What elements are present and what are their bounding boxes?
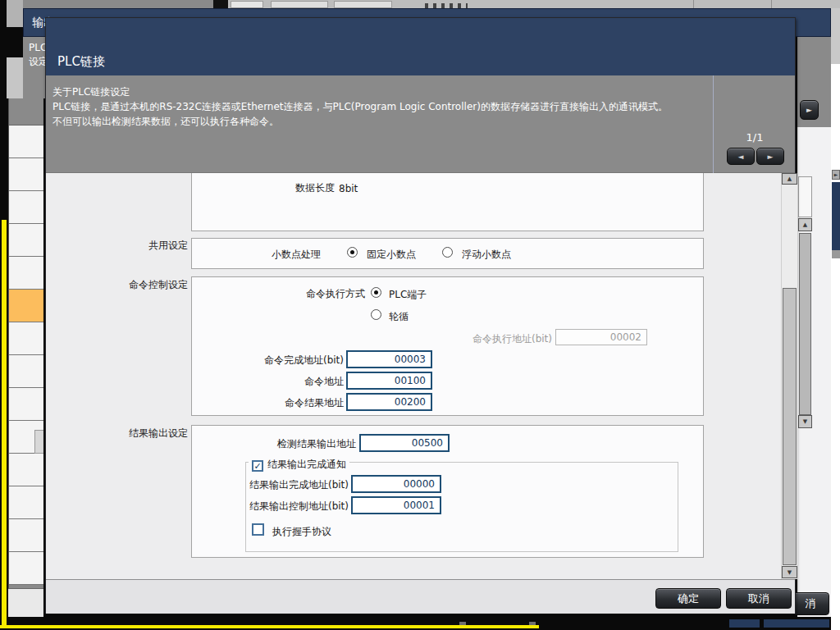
background-scrollbar-track[interactable] — [798, 176, 812, 217]
description-text: 关于PLC链接设定 PLC链接，是通过本机的RS-232C连接器或Etherne… — [52, 84, 701, 129]
table-row[interactable] — [9, 191, 43, 224]
up-arrow-icon: ▲ — [788, 176, 792, 182]
handshake-checkbox[interactable] — [252, 523, 264, 536]
cmd-mode-label: 命令执行方式 — [275, 287, 365, 301]
table-row[interactable] — [9, 158, 43, 191]
dialog-description-area: 关于PLC链接设定 PLC链接，是通过本机的RS-232C连接器或Etherne… — [46, 75, 795, 173]
dialog-header: PLC链接 — [46, 18, 795, 75]
dialog-scrollbar-down-icon[interactable]: ▼ — [782, 566, 797, 578]
table-row[interactable] — [9, 322, 43, 355]
right-arrow-icon: ► — [768, 153, 774, 161]
table-row[interactable] — [9, 388, 43, 421]
description-line: 不但可以输出检测结果数据，还可以执行各种命令。 — [52, 114, 701, 129]
table-inner-box — [34, 430, 43, 454]
result-done-group-label[interactable]: 结果输出完成通知 — [267, 459, 346, 470]
ok-button[interactable]: 确定 — [655, 588, 721, 609]
handshake-label[interactable]: 执行握手协议 — [272, 525, 331, 539]
background-button-bottom — [764, 619, 829, 628]
table-row-selected[interactable] — [9, 290, 43, 322]
table-header — [9, 98, 43, 126]
table-row[interactable] — [9, 224, 43, 257]
background-scrollbar-up-icon[interactable]: ▲ — [798, 218, 812, 231]
cmd-result-addr-input[interactable] — [346, 393, 432, 411]
data-length-label: 数据长度 — [253, 181, 335, 195]
data-length-value: 8bit — [339, 183, 358, 194]
right-edge-top — [831, 8, 840, 64]
cancel-button[interactable]: 取消 — [726, 588, 792, 609]
cmd-addr-input[interactable] — [346, 372, 432, 390]
result-done-addr-label: 结果输出完成地址(bit) — [226, 478, 349, 492]
screen: 输出 PLC链 设定 ► ▲ ▼ ► 消 PLC链接 关于PLC链接设定 PLC… — [0, 0, 840, 630]
cmd-addr-label: 命令地址 — [221, 375, 344, 389]
dialog-footer: 确定 取消 — [46, 579, 795, 614]
description-line: PLC链接，是通过本机的RS-232C连接器或Ethernet连接器，与PLC(… — [52, 99, 701, 114]
top-strip-left — [7, 0, 213, 8]
decimal-label: 小数点处理 — [231, 248, 321, 262]
dialog-scrollbar-thumb[interactable] — [783, 288, 797, 565]
radio-decimal-float[interactable] — [442, 247, 453, 258]
pager-zone: 1/1 ◄ ► — [713, 75, 795, 173]
cmd-result-addr-label: 命令结果地址 — [221, 396, 344, 410]
yellow-frame-bottom — [0, 625, 539, 628]
table-row[interactable] — [9, 552, 43, 585]
bottom-tick — [529, 622, 536, 625]
radio-cmd-mode-poll[interactable] — [371, 309, 381, 320]
table-row[interactable] — [9, 257, 43, 290]
decimal-fixed-label[interactable]: 固定小数点 — [367, 248, 416, 262]
top-divider — [771, 0, 772, 8]
top-tab-fragment[interactable] — [334, 1, 392, 8]
dialog-title: PLC链接 — [57, 54, 105, 70]
background-cancel-button[interactable]: 消 — [792, 592, 829, 615]
cmd-mode-poll-label[interactable]: 轮循 — [389, 310, 409, 324]
down-arrow-icon: ▼ — [788, 569, 792, 576]
cmd-mode-plc-label[interactable]: PLC端子 — [389, 288, 427, 302]
dialog-scrollbar-up-icon[interactable]: ▲ — [782, 173, 797, 185]
pager-next-button[interactable]: ► — [756, 148, 784, 165]
up-arrow-icon: ▲ — [803, 221, 807, 228]
result-done-addr-input[interactable] — [351, 475, 441, 493]
background-scrollbar-thumb[interactable] — [799, 233, 811, 415]
background-scrollbar-down-icon[interactable]: ▼ — [798, 415, 812, 428]
table-row[interactable] — [9, 486, 43, 519]
right-edge-panel — [831, 8, 840, 630]
page-indicator: 1/1 — [714, 131, 796, 144]
cmd-done-addr-input[interactable] — [346, 350, 432, 368]
decimal-float-label[interactable]: 浮动小数点 — [462, 248, 511, 262]
radio-dot — [374, 290, 378, 294]
background-next-button[interactable]: ► — [800, 100, 819, 120]
radio-decimal-fixed[interactable] — [347, 247, 358, 258]
result-out-addr-label: 检测结果输出地址 — [233, 437, 356, 451]
top-left-block2 — [7, 57, 23, 98]
plc-link-dialog: PLC链接 关于PLC链接设定 PLC链接，是通过本机的RS-232C连接器或E… — [45, 17, 796, 614]
top-strip-gap — [213, 0, 228, 8]
top-tab-fragment[interactable] — [231, 1, 263, 8]
description-line: 关于PLC链接设定 — [52, 84, 701, 99]
top-left-block — [7, 0, 23, 27]
result-ctrl-addr-input[interactable] — [351, 496, 441, 514]
top-tab-fragment[interactable] — [271, 1, 328, 8]
pager-prev-button[interactable]: ◄ — [727, 148, 755, 165]
result-ctrl-addr-label: 结果输出控制地址(bit) — [226, 500, 349, 514]
table-row[interactable] — [9, 519, 43, 552]
result-done-legend: ✓ 结果输出完成通知 — [249, 455, 349, 468]
output-window-left-fragment: PLC链 设定 — [23, 37, 45, 98]
section-label-command: 命令控制设定 — [79, 278, 188, 292]
result-done-checkbox[interactable]: ✓ — [252, 460, 263, 472]
fragment-text: 设定 — [29, 56, 45, 67]
right-edge-gray-block — [832, 250, 840, 258]
result-out-addr-input[interactable] — [359, 434, 450, 452]
down-arrow-icon: ▼ — [803, 418, 807, 425]
radio-cmd-mode-plc[interactable] — [371, 287, 381, 298]
section-label-common: 共用设定 — [79, 239, 188, 253]
button-label: 消 — [806, 597, 816, 609]
table-row[interactable] — [9, 454, 43, 486]
right-edge-arrow-icon[interactable]: ► — [832, 170, 840, 180]
right-edge-navy-block — [832, 182, 840, 250]
yellow-frame-left — [2, 220, 7, 628]
section-label-result: 结果输出设定 — [79, 427, 188, 441]
cmd-exec-addr-input[interactable] — [555, 329, 647, 345]
table-row[interactable] — [9, 355, 43, 388]
button-label: 取消 — [748, 592, 769, 605]
table-row[interactable] — [9, 126, 43, 158]
right-arrow-icon: ► — [806, 106, 812, 114]
